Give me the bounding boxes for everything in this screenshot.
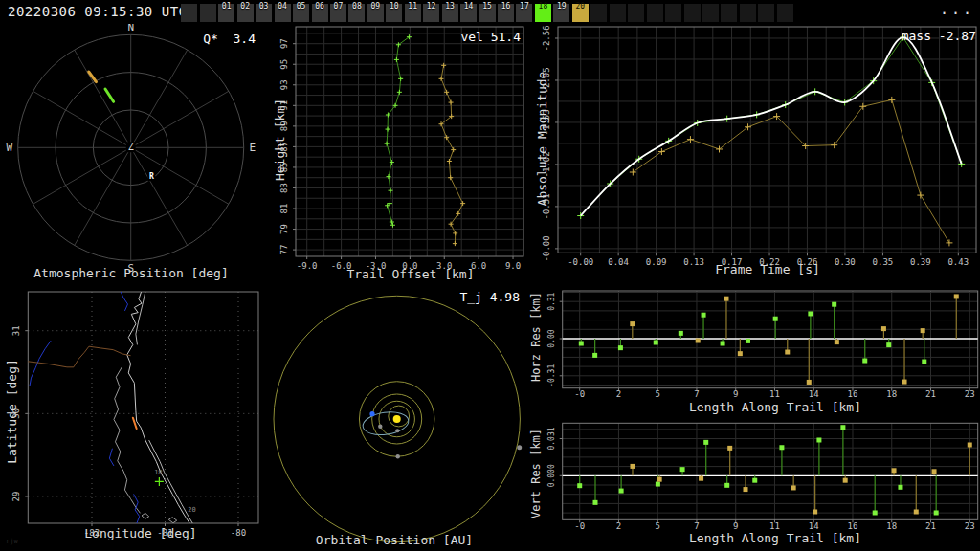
- svg-text:0.30: 0.30: [835, 257, 856, 267]
- frame-slot[interactable]: [628, 4, 644, 22]
- svg-text:-80: -80: [231, 528, 246, 538]
- trail-offset-panel: -9.0-6.0-3.00.03.06.09.07779818385878991…: [268, 24, 526, 287]
- frame-slot[interactable]: [610, 4, 626, 22]
- orbital-position-panel: T_j 4.98 Orbital Position [AU]: [268, 282, 526, 551]
- velocity-value: vel 51.4: [460, 30, 521, 44]
- svg-text:0.000: 0.000: [547, 464, 556, 487]
- q-star-value: Q* 3.4: [203, 32, 256, 46]
- svg-text:5: 5: [656, 521, 660, 531]
- frame-thumb-12[interactable]: 12: [423, 4, 439, 22]
- frame-slot[interactable]: [702, 4, 719, 22]
- frame-slot[interactable]: [590, 4, 607, 22]
- svg-text:W: W: [6, 142, 12, 154]
- frame-thumb-label: 10: [386, 2, 402, 11]
- frame-slot[interactable]: [200, 4, 216, 22]
- frame-thumb-11[interactable]: 11: [405, 4, 421, 22]
- svg-text:29: 29: [11, 492, 21, 502]
- frame-thumb-05[interactable]: 05: [293, 4, 309, 22]
- svg-text:2: 2: [616, 389, 621, 399]
- vert-res-xlabel: Length Along Trail [km]: [689, 531, 861, 545]
- frame-slot[interactable]: [740, 4, 756, 22]
- frame-thumb-14[interactable]: 14: [460, 4, 477, 22]
- svg-text:0.031: 0.031: [547, 427, 556, 450]
- svg-text:14: 14: [809, 389, 819, 399]
- frame-slot[interactable]: [647, 4, 663, 22]
- svg-text:11: 11: [769, 389, 780, 399]
- frame-thumb-label: 16: [498, 2, 514, 11]
- frame-slot[interactable]: [181, 4, 197, 22]
- frame-thumb-17[interactable]: 17: [516, 4, 532, 22]
- frame-thumb-02[interactable]: 02: [237, 4, 254, 22]
- svg-text:0.43: 0.43: [947, 257, 969, 267]
- frame-slot[interactable]: [758, 4, 774, 22]
- frame-slot[interactable]: [684, 4, 701, 22]
- frame-thumb-03[interactable]: 03: [256, 4, 272, 22]
- horz-res-ylabel: Horz Res [km]: [529, 292, 543, 382]
- residuals-plot: -025791114161821230.310.00-0.31-02579111…: [526, 282, 980, 551]
- svg-text:5: 5: [656, 389, 660, 399]
- frame-thumb-label: 01: [218, 2, 234, 11]
- frame-thumb-label: 09: [368, 2, 384, 11]
- trail-offset-ylabel: Height [km]: [273, 99, 287, 181]
- frame-thumb-13[interactable]: 13: [442, 4, 458, 22]
- frame-thumb-label: 14: [460, 2, 477, 11]
- frame-thumb-18[interactable]: 18: [535, 4, 551, 22]
- svg-text:-2.56: -2.56: [542, 25, 551, 51]
- ground-track-map: -82-81-803130291820: [0, 282, 268, 551]
- svg-text:18: 18: [886, 521, 897, 531]
- atmospheric-position-panel: NESWZR Q* 3.4 Atmospheric Position [deg]: [0, 24, 268, 287]
- svg-text:0.04: 0.04: [608, 257, 629, 267]
- svg-text:23: 23: [965, 389, 975, 399]
- svg-text:0.09: 0.09: [646, 257, 667, 267]
- frame-thumb-19[interactable]: 19: [553, 4, 569, 22]
- meteor-analysis-app: 20220306 09:15:30 UTC 010203040506070809…: [0, 0, 980, 551]
- svg-text:16: 16: [848, 389, 858, 399]
- longitude-xlabel: Longitude [deg]: [84, 526, 196, 540]
- frame-thumb-20[interactable]: 20: [572, 4, 589, 22]
- frame-thumb-08[interactable]: 08: [348, 4, 365, 22]
- svg-text:77: 77: [279, 245, 289, 255]
- horz-res-xlabel: Length Along Trail [km]: [689, 400, 861, 414]
- svg-text:-9.0: -9.0: [297, 261, 318, 271]
- svg-text:21: 21: [925, 521, 936, 531]
- svg-text:2: 2: [616, 521, 621, 531]
- overflow-menu-button[interactable]: ...: [940, 1, 974, 18]
- frame-thumb-06[interactable]: 06: [312, 4, 328, 22]
- svg-text:9: 9: [733, 521, 738, 531]
- frame-thumb-label: 03: [256, 2, 272, 11]
- frame-slot[interactable]: [777, 4, 793, 22]
- frame-thumb-10[interactable]: 10: [386, 4, 402, 22]
- ground-track-map-panel: -82-81-803130291820 Longitude [deg] Lati…: [0, 282, 268, 551]
- frame-thumb-09[interactable]: 09: [368, 4, 384, 22]
- frame-thumb-04[interactable]: 04: [275, 4, 291, 22]
- svg-text:11: 11: [769, 521, 780, 531]
- orbit-plot: [268, 282, 526, 551]
- frame-slot[interactable]: [665, 4, 681, 22]
- frame-thumb-16[interactable]: 16: [498, 4, 514, 22]
- frame-thumb-label: 06: [312, 2, 328, 11]
- svg-text:0.00: 0.00: [547, 329, 556, 347]
- frame-thumb-07[interactable]: 07: [330, 4, 346, 22]
- mass-value: mass -2.87: [902, 29, 976, 43]
- svg-text:93: 93: [279, 79, 289, 90]
- timestamp: 20220306 09:15:30 UTC: [8, 4, 188, 19]
- frame-thumb-label: 19: [553, 2, 569, 11]
- svg-text:81: 81: [279, 204, 289, 214]
- svg-text:R: R: [149, 172, 154, 181]
- frame-thumb-label: 15: [479, 2, 496, 11]
- svg-text:83: 83: [279, 183, 289, 193]
- frame-thumb-label: 07: [330, 2, 346, 11]
- svg-text:18: 18: [886, 389, 897, 399]
- frame-thumb-label: 05: [293, 2, 309, 11]
- frame-thumb-label: 02: [237, 2, 254, 11]
- frame-thumb-01[interactable]: 01: [218, 4, 234, 22]
- svg-text:0.35: 0.35: [873, 257, 894, 267]
- tisserand-value: T_j 4.98: [459, 290, 520, 304]
- frame-thumb-label: 04: [275, 2, 291, 11]
- frame-thumb-label: 18: [535, 2, 551, 11]
- svg-text:-0: -0: [574, 389, 585, 399]
- svg-text:7: 7: [694, 389, 699, 399]
- frame-thumb-15[interactable]: 15: [479, 4, 496, 22]
- frame-slot[interactable]: [721, 4, 737, 22]
- svg-text:-0: -0: [574, 521, 585, 531]
